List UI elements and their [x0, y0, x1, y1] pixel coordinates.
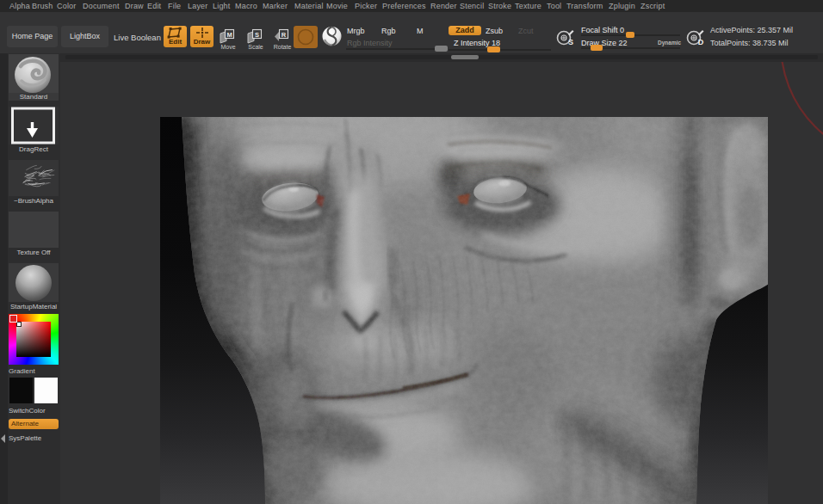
svg-text:S: S: [568, 38, 573, 46]
svg-text:M: M: [226, 31, 232, 39]
svg-text:R: R: [282, 31, 287, 39]
svg-text:S: S: [255, 31, 259, 39]
svg-text:D: D: [698, 38, 704, 46]
